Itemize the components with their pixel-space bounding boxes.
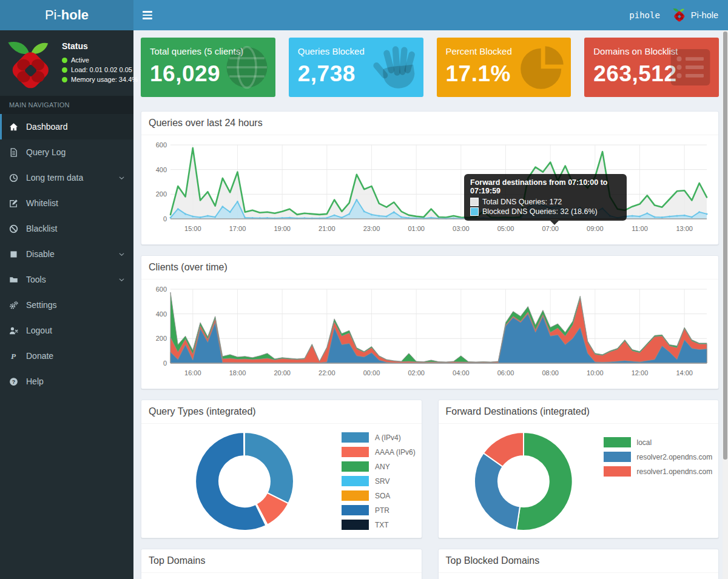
legend-item-resolver1-opendns-com[interactable]: resolver1.opendns.com (604, 466, 713, 477)
stat-card-domains-on-blocklist[interactable]: Domains on Blocklist263,512 (584, 38, 719, 97)
svg-text:16:00: 16:00 (184, 369, 201, 377)
svg-text:01:00: 01:00 (408, 225, 425, 232)
tooltip-title: Forward destinations from 07:10:00 to 07… (470, 178, 621, 195)
forward-destinations-legend: localresolver2.opendns.comresolver1.open… (604, 437, 713, 481)
legend-label: ANY (375, 463, 390, 471)
svg-text:13:00: 13:00 (676, 225, 693, 232)
navbar-right: pihole 00%"> Pi-hole (629, 7, 728, 24)
sidebar-item-blacklist[interactable]: Blacklist (0, 216, 133, 241)
legend-label: local (637, 438, 652, 447)
top-blocked-domains-title: Top Blocked Domains (439, 549, 719, 573)
user-times-icon (9, 326, 21, 335)
sidebar-item-label: Whitelist (26, 198, 58, 208)
legend-item-txt[interactable]: TXT (342, 520, 416, 530)
stop-icon (9, 249, 21, 259)
brand-label: Pi-hole (691, 10, 718, 20)
svg-text:08:00: 08:00 (542, 369, 559, 377)
clock-icon (9, 173, 21, 182)
status-item-label: Active (71, 56, 89, 64)
sidebar-item-whitelist[interactable]: Whitelist (0, 190, 133, 216)
svg-text:05:00: 05:00 (497, 225, 514, 232)
donut-slice-resolver2-opendns-com[interactable] (474, 453, 519, 530)
sidebar-item-logout[interactable]: Logout (0, 318, 133, 343)
clients-over-time-chart[interactable]: 020040060016:0018:0020:0022:0000:0002:00… (147, 284, 712, 383)
svg-text:15:00: 15:00 (184, 225, 201, 232)
legend-swatch (604, 437, 631, 447)
chevron-down-icon (118, 251, 125, 258)
gears-icon (9, 300, 21, 310)
home-icon (9, 122, 21, 132)
page-scrollbar[interactable] (723, 30, 728, 579)
legend-swatch (604, 466, 631, 477)
legend-swatch (342, 461, 369, 472)
stat-card-queries-blocked[interactable]: Queries Blocked2,738 (289, 38, 423, 97)
pie-icon (520, 45, 565, 92)
query-types-donut[interactable] (147, 429, 342, 533)
sidebar-toggle-icon[interactable] (133, 0, 161, 30)
svg-text:?: ? (12, 378, 15, 384)
svg-text:04:00: 04:00 (453, 369, 470, 377)
sidebar-item-settings[interactable]: Settings (0, 292, 133, 318)
legend-item-resolver2-opendns-com[interactable]: resolver2.opendns.com (604, 452, 713, 462)
legend-item-soa[interactable]: SOA (342, 490, 416, 501)
status-item-label: Load: 0.01 0.02 0.05 (71, 66, 132, 73)
queries-over-time-chart[interactable]: 020040060015:0017:0019:0021:0023:0001:00… (147, 140, 712, 238)
legend-item-srv[interactable]: SRV (342, 476, 416, 486)
svg-text:22:00: 22:00 (318, 369, 335, 377)
tooltip-row-label: Total DNS Queries: 172 (482, 198, 562, 206)
legend-swatch (342, 432, 369, 443)
hostname-label: pihole (629, 10, 660, 20)
legend-item-aaaa-ipv6-[interactable]: AAAA (IPv6) (342, 447, 416, 457)
main-content: Total queries (5 clients)16,029Queries B… (133, 30, 728, 579)
legend-swatch (342, 505, 369, 515)
sidebar-item-tools[interactable]: Tools (0, 267, 133, 292)
legend-item-a-ipv4-[interactable]: A (IPv4) (342, 432, 416, 443)
sidebar-item-dashboard[interactable]: Dashboard (0, 114, 133, 139)
svg-text:09:00: 09:00 (587, 225, 604, 232)
question-circle-icon: ? (9, 377, 21, 386)
donut-slice-local[interactable] (516, 432, 572, 530)
chart-tooltip: Forward destinations from 07:10:00 to 07… (464, 174, 627, 221)
sidebar-item-label: Query Log (26, 147, 66, 157)
status-panel: Status ActiveLoad: 0.01 0.02 0.05Memory … (0, 30, 133, 96)
legend-label: resolver2.opendns.com (637, 453, 713, 461)
status-dot-icon (62, 58, 67, 63)
sidebar-item-donate[interactable]: PDonate (0, 343, 133, 369)
svg-text:400: 400 (156, 310, 167, 318)
donut-slice-txt[interactable] (244, 432, 244, 456)
forward-destinations-donut[interactable] (445, 429, 602, 533)
sidebar-item-disable[interactable]: Disable (0, 241, 133, 267)
sidebar-item-long-term-data[interactable]: Long term data (0, 165, 133, 190)
forward-destinations-title: Forward Destinations (integrated) (439, 400, 719, 424)
tooltip-swatch (470, 198, 479, 206)
svg-text:11:00: 11:00 (632, 225, 648, 232)
svg-text:20:00: 20:00 (274, 369, 291, 377)
pihole-logo-icon (5, 38, 57, 90)
svg-text:18:00: 18:00 (229, 369, 246, 377)
donut-slice-a-ipv4-[interactable] (244, 432, 294, 503)
app-logo[interactable]: Pi-hole (0, 0, 133, 30)
chevron-down-icon (118, 276, 125, 283)
stat-card-total-queries-5-clients-[interactable]: Total queries (5 clients)16,029 (141, 38, 275, 97)
tooltip-row-0: Total DNS Queries: 172 (470, 198, 621, 206)
sidebar-item-query-log[interactable]: Query Log (0, 139, 133, 165)
svg-text:19:00: 19:00 (274, 225, 291, 232)
raspberry-icon: 00%"> (672, 7, 687, 24)
sidebar-menu: DashboardQuery LogLong term dataWhitelis… (0, 114, 133, 394)
query-types-legend: A (IPv4)AAAA (IPv6)ANYSRVSOAPTRTXT (342, 432, 416, 534)
sidebar-item-label: Long term data (26, 173, 83, 182)
svg-text:00:00: 00:00 (363, 369, 380, 377)
brand-link[interactable]: 00%"> Pi-hole (672, 7, 718, 24)
list-icon (668, 45, 713, 92)
status-item-1: Load: 0.01 0.02 0.05 (62, 66, 138, 73)
edit-icon (9, 198, 21, 208)
legend-item-any[interactable]: ANY (342, 461, 416, 472)
sidebar-item-help[interactable]: ?Help (0, 369, 133, 394)
legend-item-ptr[interactable]: PTR (342, 505, 416, 515)
sidebar-section-label: MAIN NAVIGATION (0, 96, 133, 114)
svg-text:14:00: 14:00 (676, 369, 693, 377)
stat-card-percent-blocked[interactable]: Percent Blocked17.1% (437, 38, 571, 97)
legend-item-local[interactable]: local (604, 437, 713, 447)
scrollbar-thumb[interactable] (723, 32, 727, 460)
query-types-title: Query Types (integrated) (141, 400, 422, 424)
